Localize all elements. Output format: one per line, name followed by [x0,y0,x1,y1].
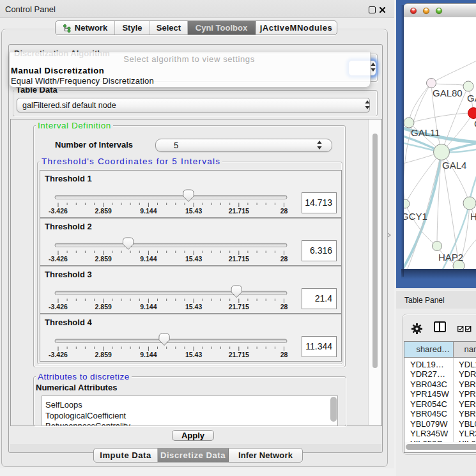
svg-text:15.43: 15.43 [185,303,202,311]
svg-text:21.715: 21.715 [229,255,249,263]
svg-text:15.43: 15.43 [185,351,202,358]
svg-text:2.859: 2.859 [95,207,112,215]
svg-text:GAL4: GAL4 [442,160,466,171]
svg-text:21.715: 21.715 [229,303,249,311]
svg-text:GCY1: GCY1 [404,211,427,222]
svg-text:2.859: 2.859 [95,255,112,263]
svg-text:-3.426: -3.426 [49,207,68,215]
svg-text:2.859: 2.859 [95,303,112,311]
svg-text:GAL80: GAL80 [433,88,463,98]
svg-text:15.43: 15.43 [185,255,202,263]
svg-text:GAL7: GAL7 [467,93,476,104]
svg-text:9.144: 9.144 [140,303,157,311]
svg-text:-3.426: -3.426 [49,351,68,358]
svg-text:HIS7: HIS7 [470,211,476,222]
svg-text:28: 28 [280,303,288,311]
svg-text:28: 28 [280,207,288,215]
svg-text:-3.426: -3.426 [49,255,68,263]
svg-text:GAL11: GAL11 [411,127,440,138]
svg-text:21.715: 21.715 [229,351,249,358]
svg-text:21.715: 21.715 [229,207,249,215]
svg-text:9.144: 9.144 [140,351,157,358]
svg-text:28: 28 [280,351,288,358]
svg-text:15.43: 15.43 [185,207,202,215]
svg-text:9.144: 9.144 [140,207,157,215]
svg-text:HAP2: HAP2 [438,252,463,263]
svg-text:2.859: 2.859 [95,351,112,358]
svg-text:28: 28 [280,255,288,263]
svg-text:9.144: 9.144 [140,255,157,263]
svg-text:-3.426: -3.426 [49,303,68,311]
